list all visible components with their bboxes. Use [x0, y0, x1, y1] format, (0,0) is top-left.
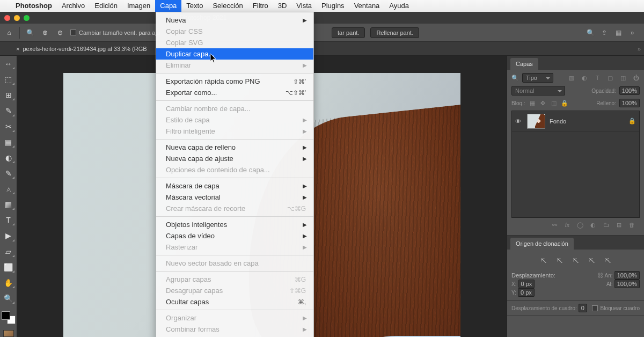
lock-frame-checkbox[interactable]: Bloquear cuadro [592, 305, 640, 311]
zoom-in-icon[interactable]: ⊕ [40, 28, 50, 38]
layer-name[interactable]: Fondo [550, 118, 566, 124]
menubar-item-texto[interactable]: Texto [181, 0, 208, 12]
filter-toggle-icon[interactable]: ⏻ [632, 74, 640, 82]
opacity-field[interactable]: 100% [619, 86, 640, 95]
tab-corner-icon[interactable]: » [638, 46, 641, 52]
lock-artboard-icon[interactable]: ◫ [550, 99, 558, 107]
close-tab-icon[interactable]: × [16, 46, 19, 52]
tool-11[interactable]: ▶ [2, 230, 15, 241]
menubar-item-ventana[interactable]: Ventana [349, 0, 385, 12]
tool-0[interactable]: ↔ [2, 58, 15, 70]
foreground-background-color[interactable] [2, 311, 16, 324]
layer-filter-type-dropdown[interactable]: Tipo [522, 73, 553, 83]
menu-item-exportar-como[interactable]: Exportar como...⌥⇧⌘' [156, 87, 313, 98]
filter-search-icon[interactable]: 🔍 [511, 74, 519, 82]
delete-layer-icon[interactable]: 🗑 [628, 221, 635, 229]
checkbox-icon[interactable] [592, 305, 598, 311]
clone-source-1-icon[interactable]: ⛏ [538, 256, 549, 266]
link-wh-icon[interactable]: ⛓ [597, 272, 603, 279]
group-layers-icon[interactable]: 🗀 [602, 221, 610, 229]
fill-field[interactable]: 100% [619, 99, 640, 107]
clone-source-tab[interactable]: Origen de clonación [510, 238, 574, 250]
adjustment-layer-icon[interactable]: ◐ [589, 221, 597, 229]
filter-smart-icon[interactable]: ◫ [619, 74, 627, 82]
visibility-eye-icon[interactable]: 👁 [515, 118, 524, 124]
lock-position-icon[interactable]: ✥ [539, 99, 547, 107]
checkbox-icon[interactable] [70, 30, 76, 35]
menu-item-ocultar-capas[interactable]: Ocultar capas⌘, [156, 296, 313, 307]
layer-row[interactable]: 👁 Fondo 🔒 [512, 111, 639, 131]
quickmask-icon[interactable] [3, 330, 14, 337]
clone-source-5-icon[interactable]: ⛏ [603, 256, 613, 266]
menu-item-objetos-inteligentes[interactable]: Objetos inteligentes▶ [156, 219, 313, 230]
tool-12[interactable]: ▱ [2, 246, 15, 258]
tool-15[interactable]: 🔍 [2, 292, 15, 304]
workspace-icon[interactable]: ▦ [614, 28, 623, 37]
document-tab[interactable]: pexels-heitor-verdi-2169434.jpg al 33,3%… [23, 46, 147, 52]
menubar-item-capa[interactable]: Capa [155, 0, 181, 12]
tool-13[interactable]: ⬜ [2, 261, 15, 273]
filter-adjust-icon[interactable]: ◐ [581, 74, 588, 82]
menu-item-nueva[interactable]: Nueva▶ [156, 14, 313, 26]
layer-thumbnail[interactable] [527, 114, 545, 129]
layer-mask-icon[interactable]: ◯ [576, 221, 584, 229]
clone-y-field[interactable]: 0 px [518, 288, 535, 297]
tool-5[interactable]: ▤ [2, 136, 15, 148]
lock-icon[interactable]: 🔒 [628, 118, 636, 124]
layer-fx-icon[interactable]: fx [564, 221, 571, 229]
clone-source-3-icon[interactable]: ⛏ [570, 256, 581, 266]
blend-mode-dropdown[interactable]: Normal [511, 86, 565, 96]
menu-item-duplicar-capa[interactable]: Duplicar capa... [156, 48, 313, 60]
menubar-item-imagen[interactable]: Imagen [122, 0, 155, 12]
clone-width-field[interactable]: 100,0% [614, 271, 640, 280]
menubar-item-vista[interactable]: Vista [291, 0, 317, 12]
menu-item-m-scara-vectorial[interactable]: Máscara vectorial▶ [156, 192, 313, 203]
minimize-window-button[interactable] [14, 15, 20, 21]
menubar-item-plugins[interactable]: Plugins [317, 0, 349, 12]
fit-screen-button[interactable]: tar pant. [332, 27, 365, 38]
tool-4[interactable]: ✂ [2, 121, 15, 133]
menubar-item-selección[interactable]: Selección [208, 0, 247, 12]
tool-8[interactable]: ⟑ [2, 183, 15, 195]
menu-item-nueva-capa-de-relleno[interactable]: Nueva capa de relleno▶ [156, 142, 313, 153]
menubar-item-filtro[interactable]: Filtro [248, 0, 273, 12]
share-icon[interactable]: ⇪ [600, 28, 609, 37]
tool-14[interactable]: ✋ [2, 277, 15, 289]
lock-all-icon[interactable]: 🔒 [561, 99, 568, 107]
layers-panel-tab[interactable]: Capas [510, 58, 538, 70]
tool-7[interactable]: ✎ [2, 167, 15, 179]
menubar-item-edición[interactable]: Edición [90, 0, 122, 12]
link-layers-icon[interactable]: ⚯ [551, 221, 558, 229]
filter-pixel-icon[interactable]: ▧ [568, 74, 575, 82]
clone-source-4-icon[interactable]: ⛏ [587, 256, 597, 266]
tool-10[interactable]: T [2, 214, 15, 226]
layer-menu-dropdown[interactable]: Nueva▶Copiar CSSCopiar SVGDuplicar capa.… [156, 12, 314, 337]
menubar-item-ayuda[interactable]: Ayuda [384, 0, 414, 12]
layer-list[interactable]: 👁 Fondo 🔒 [511, 111, 640, 218]
tool-3[interactable]: ✎ [2, 105, 15, 116]
menu-item-m-scara-de-capa[interactable]: Máscara de capa▶ [156, 180, 313, 192]
menu-item-capas-de-v-deo[interactable]: Capas de vídeo▶ [156, 230, 313, 241]
menubar-item-archivo[interactable]: Archivo [57, 0, 90, 12]
menu-item-nueva-capa-de-ajuste[interactable]: Nueva capa de ajuste▶ [156, 153, 313, 164]
menu-item-exportaci-n-r-pida-como-png[interactable]: Exportación rápida como PNG⇧⌘' [156, 76, 313, 87]
zoom-out-icon[interactable]: ⊖ [55, 28, 65, 38]
search-icon[interactable]: 🔍 [586, 28, 595, 37]
fill-screen-button[interactable]: Rellenar pant. [370, 27, 419, 38]
menubar-item-3d[interactable]: 3D [273, 0, 292, 12]
new-layer-icon[interactable]: ⊞ [615, 221, 623, 229]
tool-2[interactable]: ⊞ [2, 89, 15, 101]
close-window-button[interactable] [4, 15, 10, 21]
resize-window-checkbox[interactable]: Cambiar tamaño vent. para aju [70, 30, 160, 36]
lock-pixels-icon[interactable]: ▦ [529, 99, 536, 107]
zoom-window-button[interactable] [24, 15, 30, 21]
menubar-app[interactable]: Photoshop [11, 0, 57, 12]
clone-height-field[interactable]: 100,0% [614, 280, 640, 288]
frame-offset-field[interactable]: 0 [579, 304, 587, 312]
home-icon[interactable]: ⌂ [4, 28, 14, 38]
tool-9[interactable]: ▦ [2, 199, 15, 210]
tool-6[interactable]: ◐ [2, 152, 15, 164]
panel-menu-icon[interactable]: » [628, 28, 636, 37]
filter-shape-icon[interactable]: ▢ [606, 74, 614, 82]
filter-type-icon[interactable]: T [594, 74, 601, 82]
